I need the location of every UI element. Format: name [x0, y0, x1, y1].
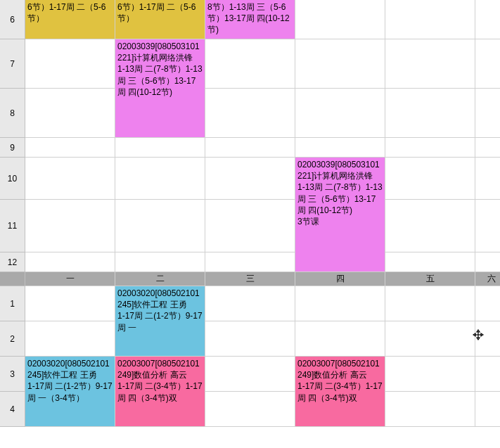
cell-r7-fri[interactable] [385, 39, 475, 89]
cell-b2-sat[interactable] [475, 321, 500, 357]
col-header-wed[interactable]: 三 [205, 272, 295, 286]
cell-b2-thu[interactable] [295, 321, 385, 357]
cell-r11-sat[interactable] [475, 200, 500, 252]
cell-b4-fri[interactable] [385, 392, 475, 427]
cell-b3-fri[interactable] [385, 357, 475, 392]
cell-r10-sat[interactable] [475, 158, 500, 200]
row-header-10[interactable]: 10 [0, 158, 25, 200]
cell-r6-tue[interactable]: 6节）1-17周 二（5-6节） [115, 0, 205, 39]
cell-r12-sat[interactable] [475, 252, 500, 272]
cell-r9-wed[interactable] [205, 138, 295, 158]
cell-r6-mon[interactable]: 6节）1-17周 二（5-6节） [25, 0, 115, 39]
cell-b2-fri[interactable] [385, 321, 475, 357]
cell-r9-mon[interactable] [25, 138, 115, 158]
cell-r6-wed[interactable]: 8节）1-13周 三（5-6节）13-17周 四(10-12节) [205, 0, 295, 39]
cell-b3-4-mon-course[interactable]: 02003020[080502101245]软件工程 王勇 1-17周 二(1-… [25, 357, 115, 427]
cell-r8-thu[interactable] [295, 89, 385, 138]
cell-b3-sat[interactable] [475, 357, 500, 392]
cell-r11-mon[interactable] [25, 200, 115, 252]
cell-b3-4-tue-course[interactable]: 02003007[080502101249]数值分析 高云 1-17周 二(3-… [115, 357, 205, 427]
cell-r8-wed[interactable] [205, 89, 295, 138]
row-header-12[interactable]: 12 [0, 252, 25, 272]
cell-b2-mon[interactable] [25, 321, 115, 357]
cell-r6-fri[interactable] [385, 0, 475, 39]
header-corner[interactable] [0, 272, 25, 286]
cell-r8-sat[interactable] [475, 89, 500, 138]
cell-r10-wed[interactable] [205, 158, 295, 200]
cell-b1-wed[interactable] [205, 286, 295, 321]
col-header-fri[interactable]: 五 [385, 272, 475, 286]
row-header-b4[interactable]: 4 [0, 392, 25, 427]
cell-b4-wed[interactable] [205, 392, 295, 427]
row-header-b1[interactable]: 1 [0, 286, 25, 321]
row-header-11[interactable]: 11 [0, 200, 25, 252]
cell-b4-sat[interactable] [475, 392, 500, 427]
row-header-b2[interactable]: 2 [0, 321, 25, 357]
cell-r12-mon[interactable] [25, 252, 115, 272]
cell-r7-thu[interactable] [295, 39, 385, 89]
cell-r10-12-thu-course[interactable]: 02003039[080503101221]计算机网络洪锋 1-13周 二(7-… [295, 158, 385, 272]
cell-r11-fri[interactable] [385, 200, 475, 252]
row-header-8[interactable]: 8 [0, 89, 25, 138]
col-header-thu[interactable]: 四 [295, 272, 385, 286]
cell-b2-wed[interactable] [205, 321, 295, 357]
cell-r9-fri[interactable] [385, 138, 475, 158]
cell-r9-thu[interactable] [295, 138, 385, 158]
row-header-6[interactable]: 6 [0, 0, 25, 39]
cell-b3-4-thu-course[interactable]: 02003007[080502101249]数值分析 高云 1-17周 二(3-… [295, 357, 385, 427]
cell-r10-fri[interactable] [385, 158, 475, 200]
cell-r11-tue[interactable] [115, 200, 205, 252]
cell-b1-2-tue-course[interactable]: 02003020[080502101245]软件工程 王勇 1-17周 二(1-… [115, 286, 205, 357]
cell-r7-mon[interactable] [25, 39, 115, 89]
cell-r8-fri[interactable] [385, 89, 475, 138]
cell-r6-sat[interactable] [475, 0, 500, 39]
col-header-mon[interactable]: 一 [25, 272, 115, 286]
cell-b1-thu[interactable] [295, 286, 385, 321]
cell-r10-mon[interactable] [25, 158, 115, 200]
cell-r7-wed[interactable] [205, 39, 295, 89]
cell-b1-mon[interactable] [25, 286, 115, 321]
cell-b1-fri[interactable] [385, 286, 475, 321]
cell-r12-fri[interactable] [385, 252, 475, 272]
cell-r7-sat[interactable] [475, 39, 500, 89]
spreadsheet[interactable]: 6 6节）1-17周 二（5-6节） 6节）1-17周 二（5-6节） 8节）1… [0, 0, 500, 427]
cell-r9-tue[interactable] [115, 138, 205, 158]
cell-r8-mon[interactable] [25, 89, 115, 138]
cell-r7-8-tue-course[interactable]: 02003039[080503101221]计算机网络洪锋 1-13周 二(7-… [115, 39, 205, 138]
col-header-tue[interactable]: 二 [115, 272, 205, 286]
cell-r12-tue[interactable] [115, 252, 205, 272]
row-header-9[interactable]: 9 [0, 138, 25, 158]
cell-r6-thu[interactable] [295, 0, 385, 39]
cell-r9-sat[interactable] [475, 138, 500, 158]
row-header-7[interactable]: 7 [0, 39, 25, 89]
cell-r10-tue[interactable] [115, 158, 205, 200]
col-header-sat[interactable]: 六 [475, 272, 500, 286]
cell-b1-sat[interactable] [475, 286, 500, 321]
cell-r12-wed[interactable] [205, 252, 295, 272]
cell-b3-wed[interactable] [205, 357, 295, 392]
cell-r11-wed[interactable] [205, 200, 295, 252]
row-header-b3[interactable]: 3 [0, 357, 25, 392]
